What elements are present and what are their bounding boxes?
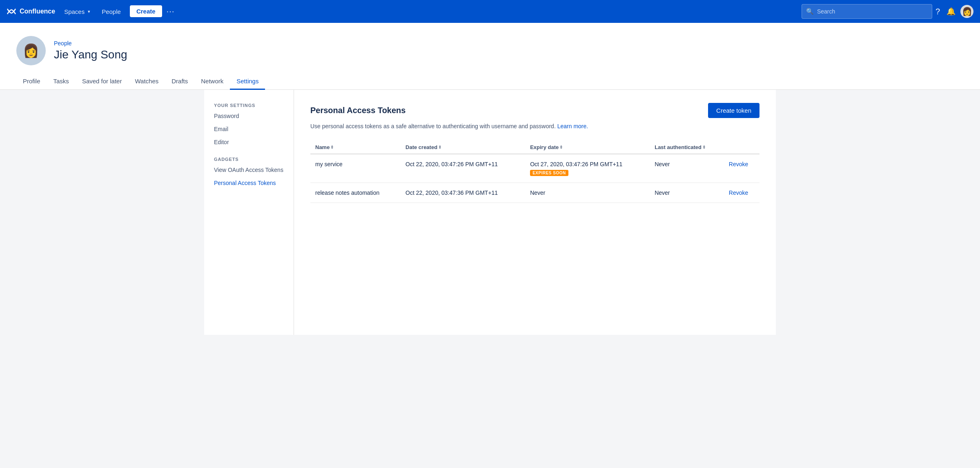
- tab-saved-for-later[interactable]: Saved for later: [76, 74, 129, 90]
- profile-name: Jie Yang Song: [54, 48, 127, 61]
- expires-soon-badge: EXPIRES SOON: [530, 170, 568, 176]
- sidebar-item-password[interactable]: Password: [204, 109, 294, 123]
- search-input[interactable]: [817, 8, 928, 15]
- your-settings-label: YOUR SETTINGS: [204, 100, 294, 109]
- token-action-2: Revoke: [724, 183, 760, 203]
- token-last-auth-2: Never: [650, 183, 724, 203]
- people-nav-link[interactable]: People: [96, 0, 127, 23]
- token-last-auth-1: Never: [650, 154, 724, 183]
- breadcrumb[interactable]: People: [54, 40, 127, 47]
- sidebar-item-editor[interactable]: Editor: [204, 136, 294, 149]
- gadgets-label: GADGETS: [204, 154, 294, 163]
- sort-icon-name: ⇕: [330, 145, 334, 149]
- profile-avatar: 👩: [16, 36, 46, 65]
- avatar-image: 👩: [962, 7, 972, 16]
- col-sort-date-created[interactable]: Date created ⇕: [405, 144, 441, 150]
- sidebar-item-personal-access-tokens[interactable]: Personal Access Tokens: [204, 176, 294, 189]
- col-sort-last-auth[interactable]: Last authenticated ⇕: [655, 144, 706, 150]
- search-icon: 🔍: [806, 8, 814, 15]
- help-icon: ?: [935, 7, 940, 16]
- notifications-button[interactable]: 🔔: [943, 7, 959, 16]
- spaces-chevron-icon: ▾: [88, 9, 90, 14]
- revoke-button-1[interactable]: Revoke: [729, 161, 748, 167]
- profile-header: 👩 People Jie Yang Song Profile Tasks Sav…: [0, 23, 980, 90]
- sidebar-item-oauth[interactable]: View OAuth Access Tokens: [204, 163, 294, 176]
- col-header-expiry-date: Expiry date ⇕: [525, 141, 650, 154]
- bell-icon: 🔔: [947, 7, 956, 16]
- page-title: Personal Access Tokens: [310, 106, 405, 115]
- search-bar[interactable]: 🔍: [802, 4, 932, 19]
- sort-icon-date-created: ⇕: [438, 145, 441, 149]
- page-body: YOUR SETTINGS Password Email Editor GADG…: [0, 90, 980, 468]
- content-header: Personal Access Tokens Create token: [310, 103, 760, 118]
- spaces-label: Spaces: [64, 8, 85, 15]
- content-description: Use personal access tokens as a safe alt…: [310, 123, 760, 129]
- tab-settings[interactable]: Settings: [230, 74, 265, 90]
- col-header-action: [724, 141, 760, 154]
- main-content: Personal Access Tokens Create token Use …: [294, 90, 776, 335]
- col-header-name: Name ⇕: [310, 141, 401, 154]
- tab-drafts[interactable]: Drafts: [165, 74, 194, 90]
- create-token-button[interactable]: Create token: [708, 103, 760, 118]
- token-name-1: my service: [310, 154, 401, 183]
- logo-text: Confluence: [20, 8, 55, 15]
- table-row: my service Oct 22, 2020, 03:47:26 PM GMT…: [310, 154, 760, 183]
- settings-sidebar: YOUR SETTINGS Password Email Editor GADG…: [204, 90, 294, 335]
- token-expiry-1: Oct 27, 2020, 03:47:26 PM GMT+11 EXPIRES…: [525, 154, 650, 183]
- tab-network[interactable]: Network: [194, 74, 230, 90]
- token-date-created-2: Oct 22, 2020, 03:47:36 PM GMT+11: [401, 183, 525, 203]
- token-name-2: release notes automation: [310, 183, 401, 203]
- user-avatar[interactable]: 👩: [960, 5, 973, 18]
- token-date-created-1: Oct 22, 2020, 03:47:26 PM GMT+11: [401, 154, 525, 183]
- tab-watches[interactable]: Watches: [128, 74, 165, 90]
- spaces-menu[interactable]: Spaces ▾: [58, 0, 96, 23]
- table-row: release notes automation Oct 22, 2020, 0…: [310, 183, 760, 203]
- tab-tasks[interactable]: Tasks: [47, 74, 76, 90]
- tab-profile[interactable]: Profile: [16, 74, 47, 90]
- col-header-last-auth: Last authenticated ⇕: [650, 141, 724, 154]
- learn-more-link[interactable]: Learn more.: [557, 123, 588, 129]
- sidebar-item-email[interactable]: Email: [204, 123, 294, 136]
- token-expiry-2: Never: [525, 183, 650, 203]
- more-nav-button[interactable]: ⋯: [162, 7, 178, 16]
- avatar-emoji: 👩: [23, 43, 39, 58]
- top-navigation: Confluence Spaces ▾ People Create ⋯ 🔍 ? …: [0, 0, 980, 23]
- profile-tabs: Profile Tasks Saved for later Watches Dr…: [16, 74, 964, 89]
- content-wrapper: YOUR SETTINGS Password Email Editor GADG…: [204, 90, 776, 335]
- confluence-logo-icon: [7, 7, 16, 16]
- col-header-date-created: Date created ⇕: [401, 141, 525, 154]
- token-action-1: Revoke: [724, 154, 760, 183]
- col-sort-expiry-date[interactable]: Expiry date ⇕: [530, 144, 563, 150]
- create-button[interactable]: Create: [130, 8, 162, 15]
- help-button[interactable]: ?: [932, 7, 943, 16]
- tokens-table: Name ⇕ Date created ⇕ Ex: [310, 141, 760, 203]
- revoke-button-2[interactable]: Revoke: [729, 189, 748, 196]
- confluence-logo[interactable]: Confluence: [7, 7, 55, 16]
- sort-icon-expiry-date: ⇕: [559, 145, 563, 149]
- sort-icon-last-auth: ⇕: [702, 145, 706, 149]
- col-sort-name[interactable]: Name ⇕: [315, 144, 334, 150]
